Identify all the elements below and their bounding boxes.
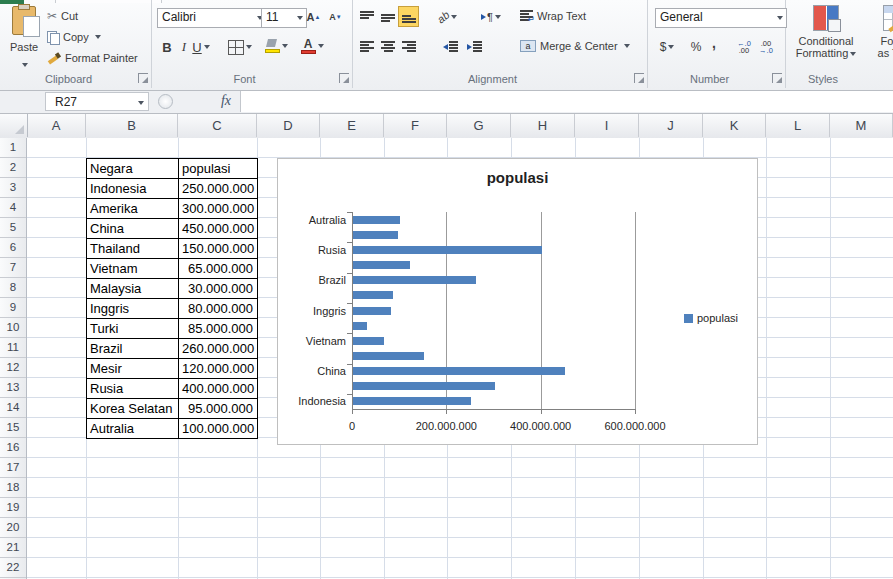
cell[interactable]: 120.000.000 — [179, 359, 258, 379]
decrease-indent-button[interactable] — [440, 36, 461, 57]
column-header-F[interactable]: F — [384, 114, 447, 137]
row-header-12[interactable]: 12 — [0, 358, 26, 378]
row-header-14[interactable]: 14 — [0, 398, 26, 418]
borders-button[interactable] — [227, 37, 253, 57]
number-dialog-launcher-icon[interactable] — [772, 73, 782, 83]
format-as-table-button[interactable] — [868, 5, 893, 31]
cell[interactable]: China — [87, 219, 179, 239]
orientation-button[interactable]: ab — [432, 6, 462, 27]
paste-button[interactable]: Paste — [3, 4, 45, 70]
column-header-H[interactable]: H — [511, 114, 575, 137]
cut-button[interactable]: ✂ Cut — [47, 6, 78, 26]
column-header-J[interactable]: J — [639, 114, 703, 137]
row-header-8[interactable]: 8 — [0, 278, 26, 298]
alignment-dialog-launcher-icon[interactable] — [634, 73, 644, 83]
cell[interactable]: Malaysia — [87, 279, 179, 299]
cell[interactable]: Mesir — [87, 359, 179, 379]
font-name-combo[interactable]: Calibri — [157, 8, 267, 28]
cell[interactable]: Negara — [87, 159, 179, 179]
row-header-1[interactable]: 1 — [0, 138, 26, 158]
underline-button[interactable]: U — [193, 37, 209, 57]
cell[interactable]: 300.000.000 — [179, 199, 258, 219]
row-header-15[interactable]: 15 — [0, 418, 26, 438]
accounting-format-button[interactable]: $ — [656, 37, 678, 57]
conditional-formatting-button[interactable] — [798, 5, 854, 31]
increase-indent-button[interactable] — [464, 36, 485, 57]
cell[interactable]: Autralia — [87, 419, 179, 439]
row-header-9[interactable]: 9 — [0, 298, 26, 318]
column-header-E[interactable]: E — [320, 114, 384, 137]
insert-function-button[interactable]: fx — [215, 93, 237, 111]
cell[interactable]: Korea Selatan — [87, 399, 179, 419]
cell[interactable]: 150.000.000 — [179, 239, 258, 259]
align-top-button[interactable] — [356, 6, 377, 27]
merge-center-button[interactable]: a Merge & Center — [520, 36, 630, 56]
column-header-K[interactable]: K — [703, 114, 766, 137]
font-size-combo[interactable]: 11 — [261, 8, 307, 28]
row-header-11[interactable]: 11 — [0, 338, 26, 358]
row-header-19[interactable]: 19 — [0, 498, 26, 518]
cell[interactable]: 65.000.000 — [179, 259, 258, 279]
font-dialog-launcher-icon[interactable] — [339, 73, 349, 83]
bold-button[interactable]: B — [159, 37, 175, 57]
row-header-18[interactable]: 18 — [0, 478, 26, 498]
row-header-2[interactable]: 2 — [0, 158, 26, 178]
column-header-B[interactable]: B — [86, 114, 178, 137]
cell[interactable]: Vietnam — [87, 259, 179, 279]
row-header-4[interactable]: 4 — [0, 198, 26, 218]
comma-style-button[interactable]: , — [708, 33, 720, 53]
number-format-combo[interactable]: General — [655, 8, 787, 28]
column-header-D[interactable]: D — [257, 114, 320, 137]
percent-style-button[interactable]: % — [688, 37, 704, 57]
row-header-3[interactable]: 3 — [0, 178, 26, 198]
cell[interactable]: Rusia — [87, 379, 179, 399]
column-header-I[interactable]: I — [575, 114, 639, 137]
increase-decimal-button[interactable]: ←.0.00 — [734, 37, 754, 57]
row-header-6[interactable]: 6 — [0, 238, 26, 258]
row-header-10[interactable]: 10 — [0, 318, 26, 338]
row-header-21[interactable]: 21 — [0, 538, 26, 558]
text-direction-button[interactable]: ¶ — [476, 6, 506, 27]
cell[interactable]: 95.000.000 — [179, 399, 258, 419]
align-left-button[interactable] — [356, 36, 377, 57]
row-header-13[interactable]: 13 — [0, 378, 26, 398]
column-header-C[interactable]: C — [178, 114, 257, 137]
column-header-M[interactable]: M — [830, 114, 893, 137]
select-all-corner[interactable] — [0, 114, 28, 137]
row-header-20[interactable]: 20 — [0, 518, 26, 538]
name-box[interactable]: R27 — [45, 92, 149, 111]
fill-color-button[interactable] — [263, 36, 289, 56]
conditional-formatting-label[interactable]: ConditionalFormatting — [786, 35, 866, 59]
row-header-16[interactable]: 16 — [0, 438, 26, 458]
align-middle-button[interactable] — [377, 6, 398, 27]
chart[interactable]: populasi populasi 0200.000.000400.000.00… — [277, 158, 758, 445]
cell[interactable]: Turki — [87, 319, 179, 339]
italic-button[interactable]: I — [177, 37, 191, 57]
cell[interactable]: 30.000.000 — [179, 279, 258, 299]
cell[interactable]: Thailand — [87, 239, 179, 259]
cell[interactable]: 260.000.000 — [179, 339, 258, 359]
column-header-A[interactable]: A — [27, 114, 86, 137]
align-bottom-button[interactable] — [398, 6, 419, 27]
cell[interactable]: 80.000.000 — [179, 299, 258, 319]
cell[interactable]: Indonesia — [87, 179, 179, 199]
font-color-button[interactable]: A — [299, 36, 325, 56]
row-header-5[interactable]: 5 — [0, 218, 26, 238]
format-painter-button[interactable]: Format Painter — [47, 48, 138, 68]
row-header-22[interactable]: 22 — [0, 558, 26, 578]
cell[interactable]: Brazil — [87, 339, 179, 359]
column-header-G[interactable]: G — [447, 114, 511, 137]
cell[interactable]: 400.000.000 — [179, 379, 258, 399]
clipboard-dialog-launcher-icon[interactable] — [138, 73, 148, 83]
row-header-17[interactable]: 17 — [0, 458, 26, 478]
cell[interactable]: 250.000.000 — [179, 179, 258, 199]
column-header-L[interactable]: L — [766, 114, 830, 137]
cell[interactable]: Amerika — [87, 199, 179, 219]
decrease-decimal-button[interactable]: .00→.0 — [756, 37, 776, 57]
align-right-button[interactable] — [398, 36, 419, 57]
row-header-7[interactable]: 7 — [0, 258, 26, 278]
align-center-button[interactable] — [377, 36, 398, 57]
cell[interactable]: Inggris — [87, 299, 179, 319]
format-as-table-label[interactable]: Formatas Table — [868, 35, 893, 59]
formula-input[interactable] — [240, 91, 893, 112]
